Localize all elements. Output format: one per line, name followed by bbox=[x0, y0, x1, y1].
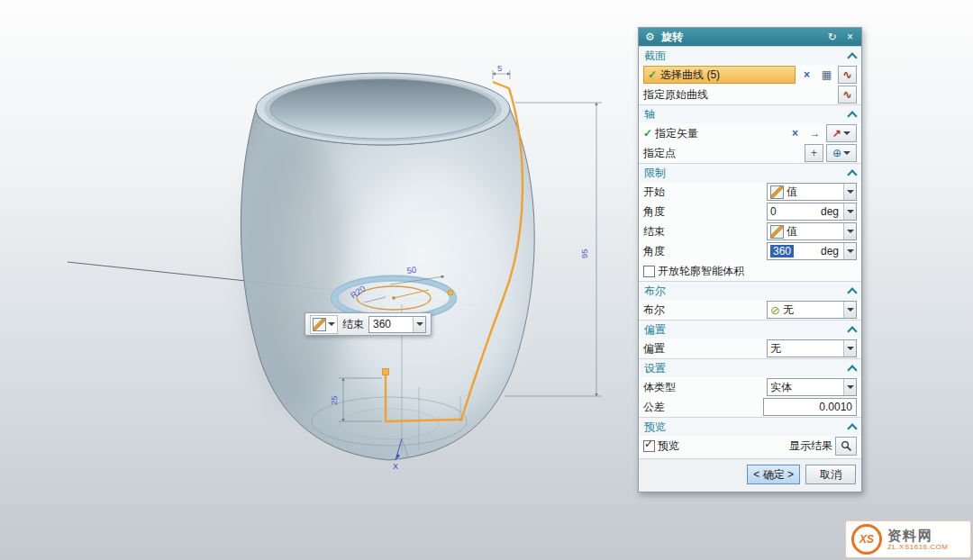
open-profile-row: 开放轮廓智能体积 bbox=[639, 261, 861, 281]
start-limit-row: 开始 值 bbox=[639, 182, 861, 202]
inner-cavity bbox=[270, 79, 496, 139]
section-section-label: 截面 bbox=[644, 49, 849, 64]
site-watermark: XS 资料网 ZL.XS1616.COM bbox=[845, 520, 971, 558]
vector-axis-icon[interactable]: → bbox=[806, 125, 823, 141]
start-angle-row: 角度 0 deg bbox=[639, 202, 861, 221]
end-angle-onscreen-value[interactable]: 360 bbox=[373, 318, 413, 330]
boolean-dropdown[interactable]: ⊘ 无 bbox=[767, 301, 857, 319]
section-preview: 预览 预览 显示结果 bbox=[639, 417, 861, 456]
specify-point-row: 指定点 + ⊕ bbox=[639, 143, 861, 163]
dropdown-caret-button[interactable] bbox=[413, 317, 425, 332]
chevron-up-icon[interactable] bbox=[847, 326, 857, 336]
chevron-up-icon[interactable] bbox=[847, 287, 857, 297]
section-boolean-header[interactable]: 布尔 bbox=[639, 281, 861, 300]
chevron-up-icon[interactable] bbox=[847, 423, 857, 433]
close-icon[interactable]: × bbox=[843, 29, 857, 45]
tolerance-value[interactable]: 0.0010 bbox=[819, 401, 852, 413]
profile-endpoint-marker[interactable] bbox=[383, 369, 389, 375]
cancel-button[interactable]: 取消 bbox=[805, 465, 856, 484]
dropdown-caret-button[interactable] bbox=[843, 340, 856, 357]
section-offset-header[interactable]: 偏置 bbox=[639, 320, 861, 339]
check-icon: ✓ bbox=[648, 68, 657, 81]
select-curve-field[interactable]: ✓ 选择曲线 (5) bbox=[643, 66, 796, 84]
chevron-up-icon[interactable] bbox=[847, 111, 857, 121]
chevron-up-icon[interactable] bbox=[847, 52, 857, 62]
origin-curve-label: 指定原始曲线 bbox=[643, 87, 708, 103]
end-angle-onscreen-input[interactable]: 360 bbox=[368, 316, 426, 333]
section-boolean: 布尔 布尔 ⊘ 无 bbox=[639, 281, 861, 320]
vector-reverse-icon[interactable]: × bbox=[787, 125, 804, 141]
specify-origin-curve-icon[interactable]: ∿ bbox=[838, 86, 857, 104]
unit-caret-button[interactable] bbox=[843, 203, 856, 220]
watermark-name: 资料网 bbox=[887, 528, 948, 543]
show-result-button[interactable] bbox=[835, 437, 857, 456]
section-limits-label: 限制 bbox=[644, 166, 849, 181]
chevron-down-icon bbox=[843, 131, 850, 135]
end-angle-value-selected[interactable]: 360 bbox=[770, 245, 794, 257]
chevron-up-icon[interactable] bbox=[847, 365, 857, 375]
specify-vector-row: ✓ 指定矢量 × → ↗ bbox=[639, 123, 861, 143]
gear-icon: ⚙ bbox=[643, 29, 657, 45]
end-angle-row: 角度 360 deg bbox=[639, 241, 861, 261]
point-constructor-icon[interactable]: + bbox=[805, 144, 823, 162]
dim-95: 95 bbox=[579, 248, 589, 258]
dropdown-caret-button[interactable] bbox=[843, 379, 856, 395]
onscreen-input-toolbar[interactable]: 结束 360 bbox=[305, 312, 432, 336]
tolerance-input[interactable]: 0.0010 bbox=[763, 398, 857, 416]
boolean-value: 无 bbox=[783, 303, 794, 318]
boolean-label: 布尔 bbox=[643, 303, 665, 318]
vase-solid-body[interactable] bbox=[241, 73, 534, 460]
end-limit-type-button[interactable] bbox=[310, 315, 338, 334]
stop-at-intersection-icon[interactable]: × bbox=[798, 67, 815, 83]
start-limit-dropdown[interactable]: 值 bbox=[767, 183, 857, 201]
section-section: 截面 ✓ 选择曲线 (5) × ▦ ∿ 指定原始曲线 ∿ bbox=[639, 46, 861, 104]
chevron-up-icon[interactable] bbox=[847, 169, 857, 179]
section-axis-header[interactable]: 轴 bbox=[639, 104, 861, 123]
preview-checkbox[interactable] bbox=[643, 440, 655, 452]
section-axis: 轴 ✓ 指定矢量 × → ↗ 指定点 + ⊕ bbox=[639, 104, 861, 163]
tolerance-label: 公差 bbox=[643, 400, 665, 415]
center-point[interactable] bbox=[392, 296, 396, 300]
section-offset-label: 偏置 bbox=[644, 322, 849, 338]
tolerance-row: 公差 0.0010 bbox=[639, 397, 861, 417]
select-curve-row: ✓ 选择曲线 (5) × ▦ ∿ bbox=[639, 65, 861, 85]
end-limit-dropdown[interactable]: 值 bbox=[767, 222, 857, 240]
start-angle-input[interactable]: 0 deg bbox=[767, 203, 857, 221]
angle-label: 角度 bbox=[643, 244, 665, 259]
dropdown-caret-button[interactable] bbox=[843, 184, 856, 200]
dialog-titlebar[interactable]: ⚙ 旋转 ↻ × bbox=[639, 28, 861, 46]
dropdown-caret-button[interactable] bbox=[843, 302, 856, 318]
section-settings-header[interactable]: 设置 bbox=[639, 358, 861, 377]
offset-row: 偏置 无 bbox=[639, 339, 861, 358]
section-preview-header[interactable]: 预览 bbox=[639, 417, 861, 436]
end-angle-input[interactable]: 360 deg bbox=[767, 242, 857, 260]
sketch-section-icon[interactable]: ∿ bbox=[838, 66, 857, 84]
section-preview-label: 预览 bbox=[644, 420, 849, 435]
watermark-url: ZL.XS1616.COM bbox=[887, 543, 948, 551]
section-settings: 设置 体类型 实体 公差 0.0010 bbox=[639, 358, 861, 417]
preview-label: 预览 bbox=[658, 438, 679, 454]
ok-button[interactable]: < 确定 > bbox=[747, 465, 800, 484]
value-option-icon bbox=[313, 318, 326, 331]
point-dialog-button[interactable]: ⊕ bbox=[826, 144, 857, 162]
body-type-dropdown[interactable]: 实体 bbox=[767, 378, 857, 396]
start-angle-value[interactable]: 0 bbox=[770, 205, 777, 218]
curve-rule-icon[interactable]: ▦ bbox=[818, 67, 835, 83]
offset-value: 无 bbox=[770, 341, 781, 357]
revolve-dialog: ⚙ 旋转 ↻ × 截面 ✓ 选择曲线 (5) × ▦ ∿ 指定原始曲线 ∿ 轴 bbox=[638, 27, 862, 492]
origin-curve-row: 指定原始曲线 ∿ bbox=[639, 85, 861, 104]
watermark-logo: XS bbox=[851, 524, 882, 555]
open-profile-checkbox[interactable] bbox=[643, 266, 655, 277]
section-limits-header[interactable]: 限制 bbox=[639, 163, 861, 182]
control-point[interactable] bbox=[448, 290, 453, 295]
dropdown-caret-button[interactable] bbox=[843, 223, 856, 239]
vector-dialog-button[interactable]: ↗ bbox=[826, 124, 857, 142]
vector-icon: ↗ bbox=[832, 127, 841, 140]
offset-dropdown[interactable]: 无 bbox=[767, 339, 857, 357]
profile-corner-point[interactable] bbox=[459, 418, 463, 421]
select-curve-label: 选择曲线 (5) bbox=[660, 68, 720, 83]
section-section-header[interactable]: 截面 bbox=[639, 46, 861, 65]
reset-icon[interactable]: ↻ bbox=[825, 29, 839, 45]
unit-caret-button[interactable] bbox=[843, 243, 856, 259]
end-limit-label: 结束 bbox=[342, 317, 364, 332]
